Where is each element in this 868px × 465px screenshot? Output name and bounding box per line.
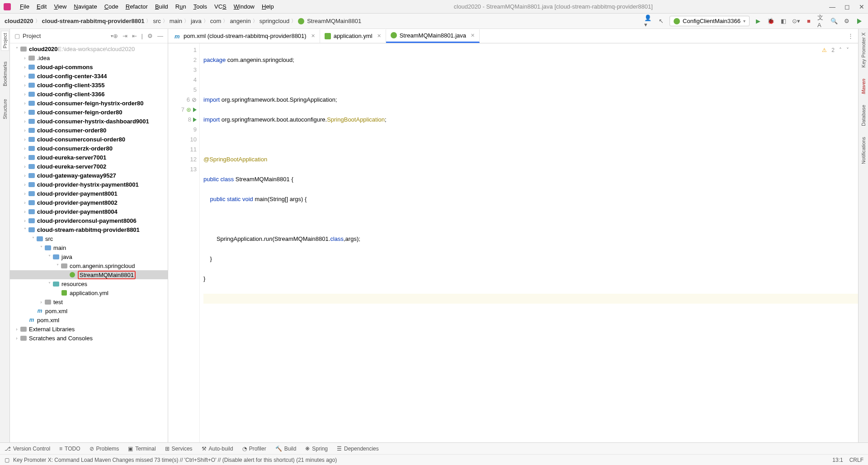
menu-build[interactable]: Build — [151, 3, 172, 10]
terminal-tool[interactable]: ▣ Terminal — [128, 446, 156, 452]
tab-maven[interactable]: Maven — [860, 77, 867, 96]
tab-pom[interactable]: mpom.xml (cloud-stream-rabbitmq-provider… — [170, 29, 320, 43]
sidebar-title[interactable]: Project — [23, 33, 109, 39]
crumb[interactable]: angenin — [230, 18, 250, 24]
tree-item[interactable]: ›cloud-eureka-server7001 — [10, 153, 168, 162]
tab-project[interactable]: Project — [1, 31, 9, 51]
tab-structure[interactable]: Structure — [1, 97, 9, 121]
chevron-icon[interactable]: › — [22, 200, 28, 205]
tree-item[interactable]: ›cloud-provider-payment8004 — [10, 207, 168, 216]
tree-item[interactable]: ›test — [10, 297, 168, 306]
tree-item[interactable]: ›cloud-consumer-hystrix-dashboard9001 — [10, 117, 168, 126]
crumb[interactable]: main — [170, 18, 182, 24]
gear-icon[interactable]: ⚙ — [147, 33, 153, 39]
tree-item[interactable]: mpom.xml — [10, 306, 168, 315]
run-anything-icon[interactable] — [855, 17, 863, 25]
tree-item[interactable]: ˅resources — [10, 279, 168, 288]
menu-window[interactable]: Window — [230, 3, 258, 10]
expand-icon[interactable]: ⇥ — [123, 33, 127, 39]
problems-tool[interactable]: ⊘ Problems — [90, 446, 119, 452]
tab-yml[interactable]: application.yml✕ — [320, 29, 386, 43]
tree-item[interactable]: ›cloud-api-commons — [10, 62, 168, 71]
chevron-icon[interactable]: › — [14, 336, 20, 341]
run-config-selector[interactable]: ConfigClientMain3366 ▾ — [670, 16, 750, 26]
tree-item[interactable]: ›Scratches and Consoles — [10, 333, 168, 343]
menu-run[interactable]: Run — [172, 3, 190, 10]
chevron-icon[interactable]: ˅ — [54, 263, 61, 268]
crumb[interactable]: cloud-stream-rabbitmq-provider8801 — [42, 18, 145, 24]
chevron-icon[interactable]: › — [22, 155, 28, 160]
tree-item[interactable]: ›cloud-consumerzk-order80 — [10, 144, 168, 153]
chevron-icon[interactable]: ˅ — [30, 236, 36, 241]
collapse-icon[interactable]: ⇤ — [132, 33, 137, 39]
inspection-widget[interactable]: ⚠2 ˄˅ — [822, 45, 849, 55]
crumb[interactable]: com — [210, 18, 222, 24]
line-sep[interactable]: CRLF — [849, 457, 863, 463]
tree-item[interactable]: ›cloud-eureka-server7002 — [10, 162, 168, 171]
chevron-icon[interactable]: › — [22, 74, 28, 79]
close-tab-icon[interactable]: ✕ — [377, 33, 381, 39]
chevron-icon[interactable]: › — [22, 173, 28, 178]
caret-position[interactable]: 13:1 — [832, 457, 843, 463]
chevron-icon[interactable]: › — [22, 164, 28, 169]
tree-item[interactable]: application.yml — [10, 288, 168, 297]
tree-item[interactable]: ˅com.angenin.springcloud — [10, 261, 168, 270]
project-tree[interactable]: ˅cloud2020 E:\idea-workspace\cloud2020›.… — [10, 43, 168, 442]
run-class-icon[interactable]: ⊛ — [186, 105, 191, 115]
tree-item[interactable]: ›cloud-gateway-gateway9527 — [10, 171, 168, 180]
menu-code[interactable]: Code — [101, 3, 122, 10]
gutter-marker-icon[interactable]: ⊘ — [192, 95, 197, 105]
chevron-icon[interactable]: › — [38, 300, 44, 305]
menu-view[interactable]: View — [50, 3, 70, 10]
tree-item[interactable]: ›cloud-consumer-feign-hystrix-order80 — [10, 99, 168, 108]
todo-tool[interactable]: ≡ TODO — [59, 446, 80, 452]
tab-bookmarks[interactable]: Bookmarks — [1, 60, 9, 88]
chevron-icon[interactable]: › — [22, 146, 28, 151]
tree-item[interactable]: ›External Libraries — [10, 324, 168, 333]
stop-icon[interactable]: ■ — [805, 17, 813, 25]
profile-icon[interactable]: ⊙▾ — [792, 17, 800, 25]
tree-item[interactable]: ›cloud-consumer-order80 — [10, 126, 168, 135]
tab-java[interactable]: StreamMQMain8801.java✕ — [386, 29, 480, 43]
run-gutter-icon[interactable] — [193, 117, 197, 122]
deps-tool[interactable]: ☰ Dependencies — [337, 446, 379, 452]
user-icon[interactable]: 👤▾ — [644, 17, 652, 25]
vcs-tool[interactable]: ⎇ Version Control — [5, 446, 50, 452]
menu-file[interactable]: File — [16, 3, 33, 10]
down-icon[interactable]: ˅ — [846, 45, 849, 55]
tree-item[interactable]: StreamMQMain8801 — [10, 270, 168, 279]
crumb[interactable]: StreamMQMain8801 — [307, 18, 361, 24]
menu-tools[interactable]: Tools — [190, 3, 211, 10]
chevron-icon[interactable]: › — [22, 191, 28, 196]
menu-refactor[interactable]: Refactor — [122, 3, 151, 10]
crumb[interactable]: cloud2020 — [5, 18, 33, 24]
translate-icon[interactable]: 文A — [817, 17, 826, 25]
tree-item[interactable]: ›cloud-provider-payment8001 — [10, 189, 168, 198]
chevron-icon[interactable]: ˅ — [46, 254, 52, 259]
crumb[interactable]: java — [191, 18, 202, 24]
chevron-icon[interactable]: › — [22, 56, 28, 61]
chevron-icon[interactable]: › — [22, 182, 28, 187]
code-editor[interactable]: package com.angenin.springcloud; import … — [200, 43, 858, 442]
tree-item[interactable]: ˅src — [10, 234, 168, 243]
tree-item[interactable]: ›cloud-provider-payment8002 — [10, 198, 168, 207]
run-gutter-icon[interactable] — [193, 108, 197, 112]
chevron-icon[interactable]: › — [22, 110, 28, 115]
tree-item[interactable]: ›cloud-provider-hystrix-payment8001 — [10, 180, 168, 189]
crumb[interactable]: springcloud — [259, 18, 290, 24]
tree-item[interactable]: ˅cloud-stream-rabbitmq-provider8801 — [10, 225, 168, 234]
menu-navigate[interactable]: Navigate — [70, 3, 100, 10]
settings-icon[interactable]: ⚙ — [843, 17, 851, 25]
services-tool[interactable]: ⊞ Services — [165, 446, 193, 452]
tree-item[interactable]: ›cloud-config-client-3355 — [10, 80, 168, 89]
tree-item[interactable]: ›cloud-providerconsul-payment8006 — [10, 216, 168, 225]
up-icon[interactable]: ˄ — [839, 45, 842, 55]
minimize-icon[interactable]: — — [829, 3, 835, 10]
chevron-icon[interactable]: › — [22, 119, 28, 124]
tree-item[interactable]: mpom.xml — [10, 315, 168, 324]
autobuild-tool[interactable]: ⚒ Auto-build — [202, 446, 233, 452]
chevron-icon[interactable]: › — [22, 209, 28, 214]
close-tab-icon[interactable]: ✕ — [471, 33, 475, 38]
tree-item[interactable]: ›cloud-config-center-3344 — [10, 71, 168, 80]
back-icon[interactable]: ↖ — [657, 17, 665, 25]
